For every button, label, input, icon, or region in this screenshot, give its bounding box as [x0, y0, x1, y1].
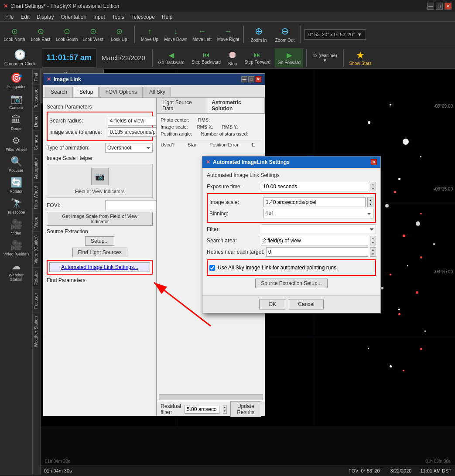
menu-file[interactable]: File — [2, 13, 17, 21]
spin-down-icon[interactable]: ▼ — [223, 409, 226, 413]
sidebar-rotator[interactable]: 🔄 Rotator — [1, 175, 31, 195]
go-backward-button[interactable]: ◀ Go Backward — [156, 48, 187, 68]
exposure-spin[interactable]: ▲ ▼ — [370, 182, 376, 191]
residual-spin[interactable]: ▲ ▼ — [223, 405, 227, 414]
animation-select[interactable]: Overshoot None Bounce — [105, 143, 153, 153]
rms-y-label: RMS Y: — [222, 124, 238, 129]
ok-button[interactable]: OK — [259, 299, 285, 309]
spin-up-icon[interactable]: ▲ — [223, 405, 226, 409]
look-south-button[interactable]: ⊙ Look South — [54, 23, 79, 46]
show-stars-button[interactable]: ★ Show Stars — [347, 49, 374, 67]
close-button[interactable]: ✕ — [445, 3, 452, 10]
image-scale-spin[interactable]: ▲ ▼ — [367, 197, 373, 207]
auto-close-btn[interactable]: ✕ — [371, 159, 377, 165]
spin-down-icon[interactable]: ▼ — [368, 202, 373, 207]
source-extraction-setup-btn2[interactable]: Source Extraction Setup... — [255, 279, 327, 288]
cancel-button[interactable]: Cancel — [289, 299, 323, 309]
sidebar-dome[interactable]: 🏛 Dome — [1, 112, 31, 133]
image-scale-tolerance-input[interactable] — [108, 127, 157, 137]
spin-down-icon[interactable]: ▼ — [370, 241, 376, 245]
step-forward-button[interactable]: ⏭ Step Forward — [242, 48, 273, 68]
search-area-input[interactable] — [261, 236, 368, 245]
spin-down-icon[interactable]: ▼ — [370, 187, 376, 191]
retries-input[interactable] — [266, 247, 368, 257]
sidebar-autoguider[interactable]: 🎯 Autoguider — [1, 71, 31, 91]
sidebar-filter-wheel[interactable]: ⚙ Filter Wheel — [1, 133, 31, 153]
update-results-btn[interactable]: Update Results — [230, 401, 261, 417]
move-left-button[interactable]: ← Move Left — [189, 23, 215, 46]
menu-help[interactable]: Help — [158, 13, 176, 21]
speed-selector[interactable]: 1x (realtime) ▼ — [310, 48, 340, 68]
sidebar-focuser[interactable]: 🔍 Focuser — [1, 154, 31, 174]
zoom-in-button[interactable]: ⊕ Zoom In — [246, 23, 271, 46]
imagelink-minimize[interactable]: — — [241, 76, 247, 82]
zoom-out-button[interactable]: ⊖ Zoom Out — [272, 23, 298, 46]
exposure-time-input[interactable] — [261, 182, 368, 191]
vtab-filter-wheel[interactable]: Filter Wheel — [33, 182, 40, 213]
binning-select[interactable]: 1x1 2x2 3x3 — [263, 209, 373, 218]
image-scale-input[interactable] — [263, 197, 366, 207]
spin-up-icon[interactable]: ▲ — [370, 248, 376, 252]
residual-value-input[interactable] — [185, 405, 219, 414]
menu-tools[interactable]: Tools — [109, 13, 128, 21]
vtab-focuser[interactable]: Focuser — [33, 289, 40, 312]
look-west-button[interactable]: ⊙ Look West — [80, 23, 106, 46]
step-backward-button[interactable]: ⏮ Step Backward — [189, 48, 223, 68]
search-area-spin[interactable]: ▲ ▼ — [370, 236, 376, 245]
vtab-weather[interactable]: Weather Station — [33, 312, 40, 351]
maximize-button[interactable]: □ — [436, 3, 443, 10]
minimize-button[interactable]: — — [427, 3, 434, 10]
vtab-camera[interactable]: Camera — [33, 131, 40, 154]
horizontal-scrollbar[interactable] — [159, 394, 263, 400]
look-up-button[interactable]: ⊙ Look Up — [106, 23, 132, 46]
move-down-button[interactable]: ↓ Move Down — [163, 23, 188, 46]
vtab-find[interactable]: Find — [33, 69, 40, 85]
vtab-autoguider[interactable]: Autoguider — [33, 154, 40, 182]
vtab-video[interactable]: Video — [33, 213, 40, 231]
computer-clock-button[interactable]: 🕐 Computer Clock — [2, 48, 38, 68]
vtab-video-guider[interactable]: Video (Guider) — [33, 231, 40, 267]
vtab-telescope[interactable]: Telescope — [33, 85, 40, 112]
spin-up-icon[interactable]: ▲ — [368, 198, 373, 202]
dropdown-arrow-icon[interactable]: ▼ — [357, 32, 362, 37]
allsky-checkbox[interactable] — [209, 265, 215, 271]
spin-up-icon[interactable]: ▲ — [370, 182, 376, 187]
look-east-button[interactable]: ⊙ Look East — [28, 23, 53, 46]
auto-close-x[interactable]: ✕ — [371, 159, 377, 165]
find-light-sources-btn[interactable]: Find Light Sources — [72, 248, 127, 257]
sidebar-camera[interactable]: 📷 Camera — [1, 92, 31, 112]
menu-orientation[interactable]: Orientation — [57, 13, 90, 21]
spin-up-icon[interactable]: ▲ — [370, 236, 376, 241]
imagelink-close[interactable]: ✕ — [255, 76, 261, 82]
tab-allsky[interactable]: All Sky — [144, 87, 171, 97]
go-forward-button[interactable]: ▶ Go Forward — [275, 48, 303, 68]
search-radius-input[interactable] — [108, 116, 157, 126]
sidebar-telescope[interactable]: 🔭 Telescope — [1, 196, 31, 216]
menu-edit[interactable]: Edit — [17, 13, 33, 21]
tab-fovi[interactable]: FOVI Options — [99, 87, 143, 97]
tab-setup[interactable]: Setup — [74, 87, 99, 97]
stop-button[interactable]: ⏺ Stop — [225, 48, 240, 68]
vtab-rotator[interactable]: Rotator — [33, 267, 40, 289]
sidebar-video-guider[interactable]: 🎥 Video (Guider) — [1, 238, 31, 258]
sidebar-video[interactable]: 🎥 Video — [1, 217, 31, 237]
vtab-dome[interactable]: Dome — [33, 112, 40, 131]
menu-telescope[interactable]: Telescope — [128, 13, 158, 21]
get-image-scale-btn[interactable]: Get Image Scale from Field of View Indic… — [47, 212, 153, 226]
automated-imagelink-settings-btn[interactable]: Automated Image Link Settings... — [49, 262, 150, 272]
tab-astrometric-solution[interactable]: Astrometric Solution — [206, 98, 265, 113]
retries-spin[interactable]: ▲ ▼ — [370, 247, 376, 257]
move-up-button[interactable]: ↑ Move Up — [137, 23, 162, 46]
menu-display[interactable]: Display — [33, 13, 57, 21]
filter-select[interactable] — [261, 224, 376, 234]
spin-down-icon[interactable]: ▼ — [370, 252, 376, 256]
tab-search[interactable]: Search — [45, 87, 73, 97]
tab-light-source-data[interactable]: Light Source Data — [157, 98, 206, 113]
look-north-button[interactable]: ⊙ Look North — [2, 23, 27, 46]
sidebar-weather-station[interactable]: ☁ Weather Station — [1, 259, 31, 283]
imagelink-maximize[interactable]: □ — [248, 76, 254, 82]
source-extraction-setup-btn[interactable]: Setup... — [85, 236, 114, 246]
menu-input[interactable]: Input — [90, 13, 109, 21]
move-right-button[interactable]: → Move Right — [216, 23, 241, 46]
fovi-input[interactable] — [105, 201, 157, 210]
